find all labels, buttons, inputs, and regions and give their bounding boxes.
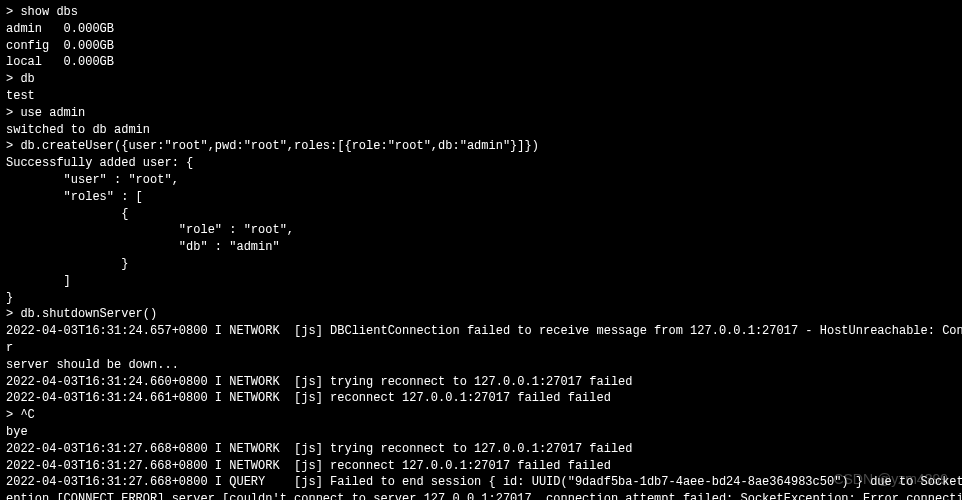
server-down-msg: server should be down... xyxy=(6,357,956,374)
log-reconnect-try-1: 2022-04-03T16:31:24.660+0800 I NETWORK [… xyxy=(6,374,956,391)
log-reconnect-try-2: 2022-04-03T16:31:27.668+0800 I NETWORK [… xyxy=(6,441,956,458)
current-db: test xyxy=(6,88,956,105)
user-obj-close: } xyxy=(6,290,956,307)
mongo-cmd-create-user: > db.createUser({user:"root",pwd:"root",… xyxy=(6,138,956,155)
mongo-cmd-db: > db xyxy=(6,71,956,88)
mongo-cmd-show-dbs: > show dbs xyxy=(6,4,956,21)
roles-open: "roles" : [ xyxy=(6,189,956,206)
role-field: "role" : "root", xyxy=(6,222,956,239)
role-obj-close: } xyxy=(6,256,956,273)
log-reconnect-fail-1: 2022-04-03T16:31:24.661+0800 I NETWORK [… xyxy=(6,390,956,407)
mongo-bye: bye xyxy=(6,424,956,441)
db-field: "db" : "admin" xyxy=(6,239,956,256)
mongo-cmd-use-admin: > use admin xyxy=(6,105,956,122)
log-connect-error: eption [CONNECT_ERROR] server [couldn't … xyxy=(6,491,956,500)
log-reconnect-fail-2: 2022-04-03T16:31:27.668+0800 I NETWORK [… xyxy=(6,458,956,475)
db-list-config: config 0.000GB xyxy=(6,38,956,55)
role-obj-open: { xyxy=(6,206,956,223)
create-user-success: Successfully added user: { xyxy=(6,155,956,172)
watermark-text: CSDN @yzm4399 xyxy=(833,470,948,490)
log-dbclient-fail: 2022-04-03T16:31:24.657+0800 I NETWORK [… xyxy=(6,323,956,340)
mongo-cmd-shutdown: > db.shutdownServer() xyxy=(6,306,956,323)
switched-db-msg: switched to db admin xyxy=(6,122,956,139)
db-list-local: local 0.000GB xyxy=(6,54,956,71)
terminal-output[interactable]: > show dbs admin 0.000GB config 0.000GB … xyxy=(6,4,956,500)
log-dbclient-fail-cont: r xyxy=(6,340,956,357)
mongo-ctrl-c: > ^C xyxy=(6,407,956,424)
user-field: "user" : "root", xyxy=(6,172,956,189)
db-list-admin: admin 0.000GB xyxy=(6,21,956,38)
log-end-session-fail: 2022-04-03T16:31:27.668+0800 I QUERY [js… xyxy=(6,474,956,491)
roles-close: ] xyxy=(6,273,956,290)
